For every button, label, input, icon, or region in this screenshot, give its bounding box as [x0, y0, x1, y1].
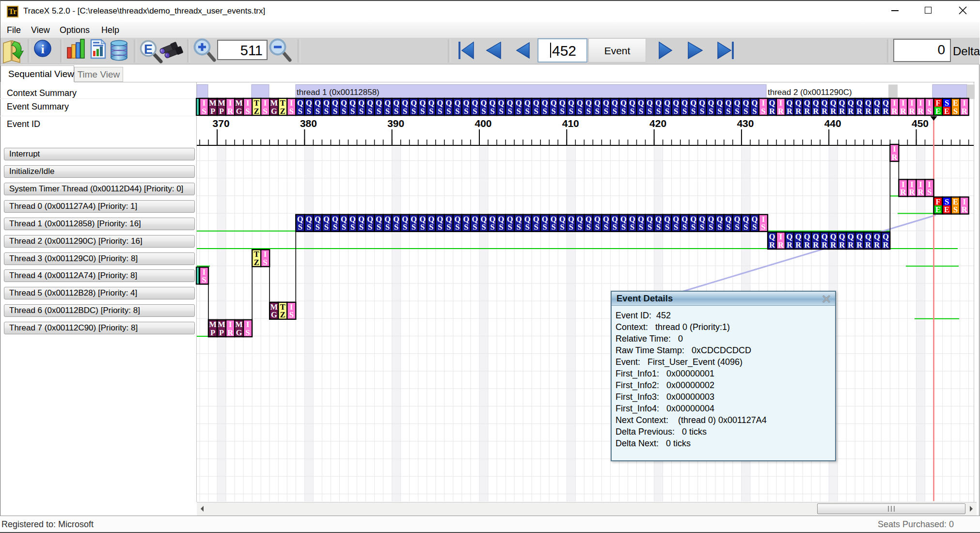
- svg-text:S: S: [429, 222, 433, 232]
- svg-text:S: S: [307, 107, 311, 116]
- svg-text:S: S: [534, 222, 538, 232]
- svg-text:R: R: [891, 153, 898, 162]
- svg-text:S: S: [438, 222, 442, 232]
- svg-text:S: S: [394, 107, 398, 116]
- svg-text:Z: Z: [254, 107, 259, 116]
- svg-text:R: R: [813, 107, 819, 116]
- svg-text:S: S: [709, 222, 713, 232]
- svg-text:R: R: [909, 188, 915, 197]
- svg-text:R: R: [839, 107, 845, 116]
- svg-text:R: R: [900, 188, 906, 197]
- svg-text:S: S: [464, 222, 468, 232]
- svg-text:S: S: [752, 222, 757, 232]
- svg-text:S: S: [385, 222, 390, 232]
- svg-text:S: S: [499, 222, 503, 232]
- svg-text:S: S: [342, 107, 346, 116]
- svg-text:R: R: [778, 107, 784, 116]
- svg-text:thread 2 (0x0011290C): thread 2 (0x0011290C): [768, 88, 852, 97]
- svg-text:S: S: [473, 107, 477, 116]
- svg-text:S: S: [552, 222, 556, 232]
- svg-text:S: S: [377, 107, 381, 116]
- svg-text:R: R: [787, 107, 793, 116]
- svg-text:R: R: [804, 240, 810, 250]
- svg-text:S: S: [289, 310, 294, 319]
- svg-text:S: S: [953, 107, 958, 116]
- svg-text:380: 380: [300, 118, 317, 129]
- svg-text:S: S: [735, 222, 739, 232]
- svg-text:S: S: [490, 222, 494, 232]
- svg-text:S: S: [927, 107, 932, 116]
- svg-text:420: 420: [649, 118, 666, 129]
- svg-text:R: R: [874, 240, 880, 250]
- svg-text:S: S: [621, 107, 626, 116]
- svg-text:R: R: [795, 107, 802, 116]
- svg-text:R: R: [865, 240, 871, 250]
- svg-text:410: 410: [562, 118, 579, 129]
- svg-text:S: S: [525, 222, 530, 232]
- svg-text:S: S: [743, 107, 748, 116]
- svg-text:G: G: [271, 107, 277, 116]
- svg-text:S: S: [455, 222, 459, 232]
- svg-text:S: S: [665, 107, 669, 116]
- svg-text:S: S: [674, 222, 678, 232]
- svg-text:S: S: [604, 222, 608, 232]
- svg-text:S: S: [560, 107, 565, 116]
- svg-text:S: S: [569, 107, 573, 116]
- svg-text:S: S: [342, 222, 346, 232]
- svg-text:S: S: [525, 107, 530, 116]
- svg-text:S: S: [517, 107, 521, 116]
- svg-text:S: S: [927, 188, 932, 197]
- svg-text:Z: Z: [280, 310, 285, 319]
- svg-text:S: S: [481, 107, 486, 116]
- svg-text:S: S: [595, 222, 600, 232]
- svg-text:R: R: [918, 107, 924, 116]
- svg-text:R: R: [813, 240, 819, 250]
- svg-text:R: R: [830, 107, 837, 116]
- svg-text:S: S: [298, 222, 302, 232]
- svg-text:thread 1 (0x00112858): thread 1 (0x00112858): [297, 88, 379, 97]
- svg-text:P: P: [210, 328, 215, 337]
- svg-text:S: S: [499, 107, 503, 116]
- svg-text:S: S: [656, 107, 661, 116]
- svg-text:G: G: [236, 107, 242, 116]
- svg-text:S: S: [735, 107, 739, 116]
- svg-text:R: R: [883, 240, 889, 250]
- svg-text:R: R: [830, 240, 837, 250]
- svg-text:S: S: [656, 222, 661, 232]
- svg-text:S: S: [639, 222, 643, 232]
- svg-text:R: R: [227, 328, 234, 337]
- svg-text:R: R: [856, 240, 863, 250]
- svg-text:S: S: [743, 222, 748, 232]
- svg-text:S: S: [429, 107, 433, 116]
- svg-text:S: S: [403, 222, 407, 232]
- svg-text:S: S: [630, 107, 634, 116]
- svg-text:S: S: [569, 222, 573, 232]
- svg-text:R: R: [778, 240, 784, 250]
- svg-text:E: E: [944, 107, 949, 116]
- svg-text:E: E: [935, 107, 941, 116]
- svg-text:R: R: [856, 107, 863, 116]
- svg-text:R: R: [848, 107, 854, 116]
- svg-text:S: S: [394, 222, 398, 232]
- svg-text:R: R: [883, 107, 889, 116]
- svg-text:S: S: [709, 107, 713, 116]
- svg-text:S: S: [682, 107, 687, 116]
- svg-text:P: P: [219, 107, 224, 116]
- svg-text:S: S: [717, 107, 722, 116]
- svg-text:S: S: [473, 222, 477, 232]
- svg-text:S: S: [359, 222, 364, 232]
- svg-text:R: R: [839, 240, 845, 250]
- svg-text:E: E: [935, 205, 941, 214]
- svg-text:S: S: [350, 107, 355, 116]
- svg-text:S: S: [307, 222, 311, 232]
- svg-text:R: R: [874, 107, 880, 116]
- svg-text:450: 450: [912, 118, 929, 129]
- svg-text:S: S: [630, 222, 634, 232]
- svg-text:430: 430: [737, 118, 754, 129]
- svg-text:S: S: [411, 222, 416, 232]
- svg-text:Z: Z: [280, 107, 285, 116]
- svg-text:R: R: [804, 107, 810, 116]
- svg-text:S: S: [246, 107, 250, 116]
- svg-text:S: S: [455, 107, 459, 116]
- svg-text:S: S: [446, 222, 451, 232]
